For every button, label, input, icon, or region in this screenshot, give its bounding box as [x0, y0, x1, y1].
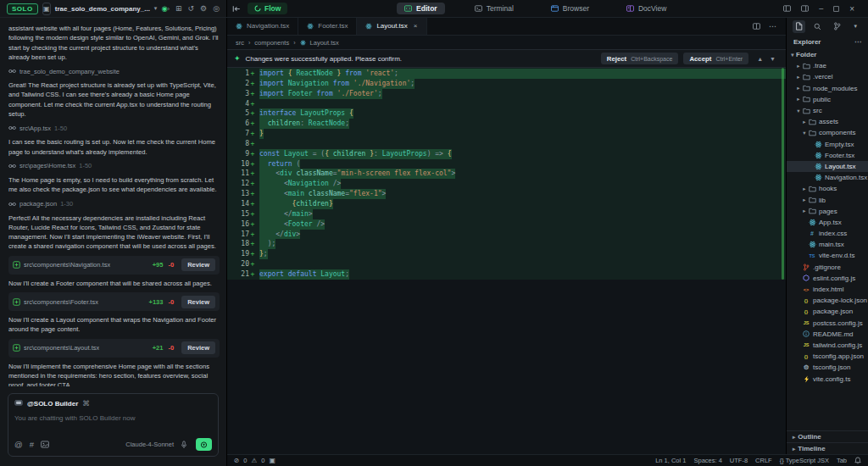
explorer-more-icon[interactable]: ⋯ — [854, 38, 861, 46]
tree-item-node-modules[interactable]: ▸node_modules — [787, 83, 868, 94]
code-line[interactable]: 7+} — [227, 129, 786, 139]
problems-indicator[interactable]: ⊘0 ⚠0 ▣ — [234, 457, 275, 464]
new-chat-icon[interactable]: ⊞ — [175, 4, 182, 13]
file-change-card[interactable]: src\components\Footer.tsx+133-0Review — [8, 292, 220, 311]
split-editor-icon[interactable] — [753, 23, 760, 30]
code-line[interactable]: 3+import Footer from './Footer'; — [227, 89, 786, 99]
tree-item-index-html[interactable]: <>index.html — [787, 284, 868, 295]
prev-change-icon[interactable]: ▲ — [757, 56, 763, 62]
tree-item--vercel[interactable]: ▸.vercel — [787, 71, 868, 82]
review-button[interactable]: Review — [181, 258, 215, 271]
close-button[interactable]: × — [849, 4, 854, 14]
tree-item-navigation-tsx[interactable]: Navigation.tsx — [787, 172, 868, 183]
tree-item-main-tsx[interactable]: main.tsx — [787, 239, 868, 250]
code-line[interactable]: 15+ </main> — [227, 209, 786, 219]
tree-item-app-tsx[interactable]: App.tsx — [787, 217, 868, 228]
status-item[interactable]: {} TypeScript JSX — [780, 457, 829, 464]
file-reference-chip[interactable]: package.json1-30 — [8, 199, 220, 209]
timeline-section[interactable]: ▸Timeline — [787, 442, 868, 454]
code-line[interactable]: 9+const Layout = ({ children }: LayoutPr… — [227, 149, 786, 159]
code-line[interactable]: 11+ <div className="min-h-screen flex fl… — [227, 169, 786, 179]
layout-panel-right-icon[interactable] — [801, 5, 809, 12]
context-icon[interactable]: # — [30, 440, 34, 449]
source-control-icon[interactable] — [831, 20, 843, 33]
code-line[interactable]: 13+ <main className="flex-1"> — [227, 189, 786, 199]
file-reference-chip[interactable]: src\pages\Home.tsx1-50 — [8, 161, 220, 171]
code-line[interactable]: 1+import { ReactNode } from 'react'; — [227, 69, 786, 79]
view-tab-editor[interactable]: Editor — [397, 3, 445, 14]
more-actions-icon[interactable]: ⋯ — [769, 22, 777, 31]
tree-item-package-lock-json[interactable]: {}package-lock.json — [787, 295, 868, 306]
tree-item-eslint-config-js[interactable]: eslint.config.js — [787, 273, 868, 284]
code-line[interactable]: 14+ {children} — [227, 199, 786, 209]
code-line[interactable]: 12+ <Navigation /> — [227, 179, 786, 189]
tree-item-empty-tsx[interactable]: Empty.tsx — [787, 139, 868, 150]
code-line[interactable]: 20+ — [227, 259, 786, 269]
reject-button[interactable]: Reject Ctrl+Backspace — [601, 53, 679, 64]
status-item[interactable]: UTF-8 — [730, 457, 748, 464]
close-tab-icon[interactable]: × — [414, 22, 418, 30]
chat-message-list[interactable]: assistant website with all four pages (H… — [8, 19, 220, 386]
model-selector[interactable]: Claude-4-Sonnet — [125, 441, 174, 448]
breadcrumb-src[interactable]: src — [236, 39, 244, 47]
review-button[interactable]: Review — [181, 296, 215, 308]
review-button[interactable]: Review — [181, 341, 215, 354]
solo-status-icon[interactable]: ◉› — [161, 4, 170, 13]
flow-tab[interactable]: Flow — [248, 3, 287, 14]
file-reference-chip[interactable]: trae_solo_demo_company_website — [8, 66, 220, 76]
tree-item-tailwind-config-js[interactable]: JStailwind.config.js — [787, 340, 868, 351]
code-line[interactable]: 6+ children: ReactNode; — [227, 119, 786, 129]
tree-item-index-css[interactable]: #index.css — [787, 228, 868, 239]
files-view-icon[interactable] — [793, 20, 805, 33]
next-change-icon[interactable]: ▼ — [770, 56, 776, 62]
code-line[interactable]: 16+ <Footer /> — [227, 219, 786, 230]
tree-item-components[interactable]: ▾components — [787, 127, 868, 138]
microphone-icon[interactable] — [181, 441, 187, 449]
chat-input-box[interactable]: @SOLO Builder ⌘ You are chatting with SO… — [8, 393, 219, 457]
more-views-chevron-icon[interactable]: ▾ — [849, 20, 862, 33]
status-item[interactable]: Spaces: 4 — [693, 457, 721, 464]
tree-item--gitignore[interactable]: .gitignore — [787, 262, 868, 273]
editor-tab-navigation-tsx[interactable]: Navigation.tsx — [227, 17, 298, 35]
settings-gear-icon[interactable]: ⚙ — [200, 4, 207, 13]
mention-icon[interactable]: @ — [14, 440, 23, 449]
collapse-sidebar-icon[interactable] — [232, 5, 241, 13]
send-button[interactable] — [196, 438, 212, 451]
code-line[interactable]: 19+}; — [227, 249, 786, 259]
tree-item--trae[interactable]: ▸.trae — [787, 60, 868, 71]
code-editor[interactable]: 1+import { ReactNode } from 'react';2+im… — [227, 68, 786, 454]
profile-icon[interactable]: ◎ — [213, 4, 220, 13]
breadcrumb[interactable]: src › components › Layout.tsx — [227, 36, 786, 49]
tree-item-pages[interactable]: ▸pages — [787, 206, 868, 217]
code-line[interactable]: 4+ — [227, 99, 786, 109]
status-item[interactable]: CRLF — [755, 457, 772, 464]
editor-tab-footer-tsx[interactable]: Footer.tsx — [298, 17, 357, 35]
image-attach-icon[interactable] — [41, 441, 49, 448]
tree-item-tsconfig-json[interactable]: ⚙tsconfig.json — [787, 362, 868, 373]
tree-item-layout-tsx[interactable]: Layout.tsx — [787, 161, 868, 172]
layout-panel-left-icon[interactable] — [783, 5, 791, 12]
search-icon[interactable] — [811, 20, 824, 33]
editor-tab-layout-tsx[interactable]: Layout.tsx× — [357, 17, 426, 35]
outline-section[interactable]: ▸Outline — [787, 430, 868, 442]
file-change-card[interactable]: src\components\Layout.tsx+21-0Review — [8, 339, 220, 358]
code-line[interactable]: 10+ return ( — [227, 159, 786, 169]
solo-mode-toggle[interactable]: ▣ — [42, 3, 51, 15]
tree-item-public[interactable]: ▸public — [787, 94, 868, 105]
bell-icon[interactable] — [854, 457, 861, 464]
file-tree[interactable]: ▾Folder▸.trae▸.vercel▸node_modules▸publi… — [787, 49, 868, 385]
code-line[interactable]: 8+ — [227, 139, 786, 149]
tree-item-src[interactable]: ▾src — [787, 105, 868, 116]
code-line[interactable]: 17+ </div> — [227, 230, 786, 240]
tree-item-package-json[interactable]: {}package.json — [787, 306, 868, 317]
view-tab-terminal[interactable]: Terminal — [467, 3, 521, 14]
maximize-button[interactable] — [833, 6, 839, 12]
view-tab-browser[interactable]: Browser — [543, 3, 597, 14]
accept-button[interactable]: Accept Ctrl+Enter — [683, 53, 748, 64]
tree-item-postcss-config-js[interactable]: JSpostcss.config.js — [787, 318, 868, 329]
tree-item-footer-tsx[interactable]: Footer.tsx — [787, 150, 868, 161]
tree-item-vite-config-ts[interactable]: vite.config.ts — [787, 373, 868, 384]
tree-item-assets[interactable]: ▸assets — [787, 116, 868, 127]
project-dropdown[interactable]: trae_solo_demo_company_... — [55, 5, 150, 13]
tree-item-tsconfig-app-json[interactable]: {}tsconfig.app.json — [787, 351, 868, 362]
